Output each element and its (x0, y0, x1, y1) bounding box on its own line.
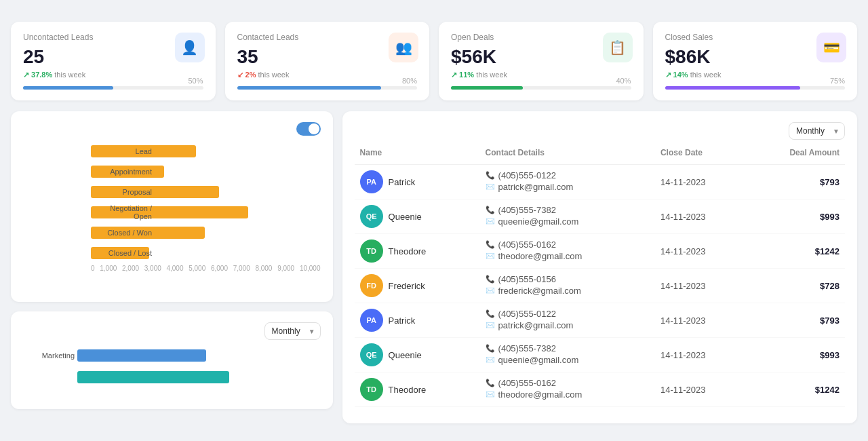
potential-deals-header: MonthlyWeeklyYearly ▼ (355, 122, 845, 140)
leads-bar (77, 349, 206, 362)
email-icon: ✉️ (486, 356, 495, 364)
leads-source-panel: MonthlyWeeklyYearly ▼ Marketing (11, 311, 333, 409)
table-row: PA Patrick 📞 (405)555-0122 ✉️ patrick@gm… (355, 303, 845, 338)
trend-pct: ↗ 11% (451, 71, 474, 79)
deal-amount: $993 (746, 338, 845, 372)
close-date: 14-11-2023 (655, 234, 746, 269)
email-icon: ✉️ (486, 390, 495, 399)
phone-number: (405)555-0162 (498, 239, 556, 250)
deals-chart-panel: Lead Appointment Proposal Negotiation / … (11, 111, 333, 302)
phone-icon: 📞 (486, 240, 495, 249)
x-tick: 5,000 (189, 265, 205, 272)
deal-amount: $728 (746, 407, 845, 413)
leads-bar (77, 371, 229, 383)
email-icon: ✉️ (486, 183, 495, 191)
chart-row-label: Appointment (91, 168, 157, 176)
chart-row: Proposal (91, 185, 321, 199)
contact-cell: 📞 (405)555-0156 ✉️ frederick@gmail.com (480, 269, 655, 303)
email-address: queenie@gmail.com (498, 216, 579, 227)
chart-row-label: Negotiation / Open (91, 204, 157, 220)
email-icon: ✉️ (486, 217, 495, 226)
metric-card-open-deals: Open Deals $56K ↗ 11% this week 📋 40% (439, 22, 644, 100)
contact-cell: 📞 (405)555-0122 ✉️ patrick@gmail.com (480, 165, 655, 199)
avatar: FD (360, 274, 383, 297)
x-tick: 10,000 (300, 265, 321, 272)
contact-cell: 📞 (405)555-7382 ✉️ queenie@gmail.com (480, 338, 655, 372)
phone-icon: 📞 (486, 379, 495, 387)
metric-icon: 👥 (389, 33, 418, 62)
contact-name: Frederick (389, 281, 425, 291)
email-address: frederick@gmail.com (498, 286, 581, 296)
deal-amount: $793 (746, 303, 845, 338)
avatar: TD (360, 378, 383, 401)
name-cell: TD Theodore (355, 372, 480, 407)
x-tick: 3,000 (144, 265, 161, 272)
chart-row-label: Closed / Lost (91, 249, 157, 257)
email-line: ✉️ theodore@gmail.com (486, 251, 650, 261)
potential-deals-panel: MonthlyWeeklyYearly ▼ NameContact Detail… (342, 111, 857, 423)
metric-icon: 📋 (603, 33, 633, 62)
col-header: Deal Amount (746, 148, 845, 165)
email-line: ✉️ patrick@gmail.com (486, 182, 650, 192)
deals-chart-toggle[interactable] (296, 122, 321, 136)
deal-amount: $1242 (746, 372, 845, 407)
name-cell: PA Patrick (355, 165, 480, 199)
table-row: TD Theodore 📞 (405)555-0162 ✉️ theodore@… (355, 234, 845, 269)
close-date: 14-11-2023 (655, 165, 746, 199)
chart-row: Closed / Won (91, 225, 321, 240)
x-tick: 6,000 (211, 265, 228, 272)
trend-pct: ↗ 14% (665, 71, 688, 79)
email-address: queenie@gmail.com (498, 355, 579, 365)
phone-number: (405)555-0122 (498, 309, 556, 319)
phone-line: 📞 (405)555-0156 (486, 274, 650, 284)
phone-number: (405)555-7382 (498, 343, 556, 353)
contact-name: Patrick (389, 177, 416, 187)
potential-deals-dropdown[interactable]: MonthlyWeeklyYearly (789, 122, 845, 140)
table-row: TD Theodore 📞 (405)555-0162 ✉️ theodore@… (355, 372, 845, 407)
contact-name: Queenie (389, 350, 422, 360)
x-tick: 8,000 (255, 265, 272, 272)
name-cell: PA Patrick (355, 303, 480, 338)
metric-trend: ↙ 2% this week (237, 71, 418, 79)
chart-row-label: Proposal (91, 188, 157, 196)
leads-bar-row (77, 370, 321, 385)
email-address: patrick@gmail.com (498, 182, 574, 192)
table-row: FD Frederick 📞 (405)555-0156 ✉️ frederic… (355, 407, 845, 413)
chart-row-label: Lead (91, 147, 157, 155)
phone-number: (405)555-7382 (498, 205, 556, 215)
trend-label: this week (476, 71, 507, 79)
leads-bar-chart: Marketing (23, 348, 321, 398)
trend-pct: ↙ 2% (237, 71, 256, 79)
metric-icon: 💳 (816, 33, 846, 62)
deals-table-scroll[interactable]: NameContact DetailsClose DateDeal Amount… (355, 148, 845, 413)
chart-row: Closed / Lost (91, 246, 321, 261)
chart-row: Appointment (91, 164, 321, 179)
chart-row: Negotiation / Open (91, 205, 321, 220)
name-cell: FD Frederick (355, 407, 480, 413)
trend-label: this week (258, 71, 290, 79)
close-date: 14-11-2023 (655, 338, 746, 372)
bottom-row: Lead Appointment Proposal Negotiation / … (11, 111, 857, 423)
phone-line: 📞 (405)555-0162 (486, 239, 650, 250)
deal-amount: $728 (746, 269, 845, 303)
close-date: 14-11-2023 (655, 269, 746, 303)
deal-amount: $993 (746, 199, 845, 234)
col-header: Contact Details (480, 148, 655, 165)
leads-source-dropdown[interactable]: MonthlyWeeklyYearly (264, 322, 321, 340)
x-tick: 1,000 (100, 265, 117, 272)
leads-source-header: MonthlyWeeklyYearly ▼ (23, 322, 321, 340)
deals-chart-header (23, 122, 321, 136)
metric-card-contacted-leads: Contacted Leads 35 ↙ 2% this week 👥 80% (225, 22, 430, 100)
chart-row: Lead (91, 144, 321, 159)
progress-bar: 50% (23, 86, 203, 90)
phone-icon: 📞 (486, 171, 495, 180)
table-row: FD Frederick 📞 (405)555-0156 ✉️ frederic… (355, 269, 845, 303)
progress-fill (237, 86, 381, 90)
metric-trend: ↗ 11% this week (451, 71, 631, 79)
x-tick: 2,000 (122, 265, 139, 272)
avatar: QE (360, 343, 383, 366)
progress-fill (451, 86, 523, 90)
contact-name: Theodore (389, 385, 427, 395)
trend-label: this week (54, 71, 85, 79)
progress-pct: 75% (830, 77, 845, 85)
